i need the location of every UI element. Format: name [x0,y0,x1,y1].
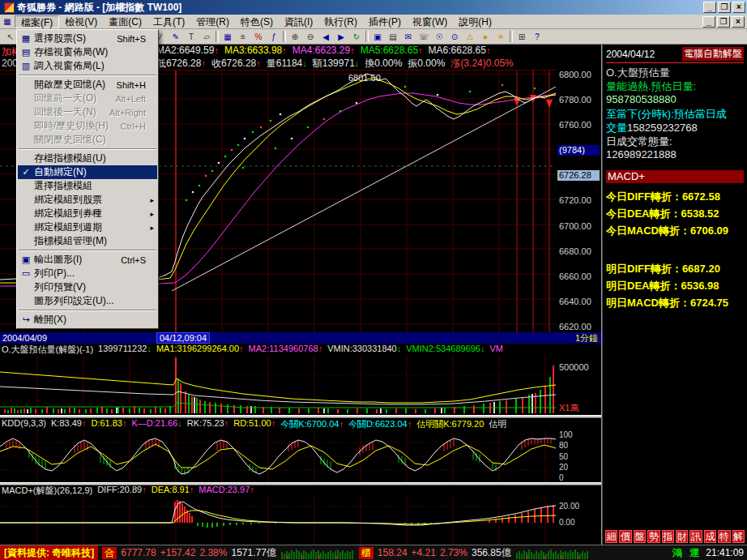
axis-cursor-time: 04/12,09:04 [156,332,210,344]
price-tick: 6800.00 [557,70,600,80]
refresh-icon[interactable]: ↻ [348,30,364,44]
menu-item-recall-next-day[interactable]: 回憶後一天(N)Alt+Right [18,105,157,119]
zoom-out-icon[interactable]: ⊖ [302,30,318,44]
menu-plugins[interactable]: 插件(P) [363,15,407,28]
menubar-items: 檔案(F) 檢視(V) 畫面(C) 工具(T) 管理(R) 特色(S) 資訊(I… [15,15,497,28]
taiex-value: 6777.78 [121,547,156,558]
menu-item-save-indicator-module[interactable]: 存檔指標模組(U) [18,152,157,165]
maximize-button[interactable]: ❐ [718,2,731,13]
taiex-change: +157.42 [160,547,196,558]
calculator-icon[interactable]: ⊞ [514,30,529,44]
macd-indicator-value: MACD:23.97↑ [198,485,254,497]
menu-item-bind-module-to-type[interactable]: 綁定模組到券種▸ [18,207,157,220]
menu-item-close-history-recall[interactable]: 關閉歷史回憶(C) [18,133,157,147]
price-axis: 6800.006780.006760.00(9784)6726.286720.0… [557,70,600,332]
hotkey-button[interactable]: 指 [662,530,674,543]
hotkey-button[interactable]: 成 [704,530,716,543]
kdd-tick: 100 [557,430,600,439]
hotkey-button[interactable]: 細 [605,530,617,543]
volume-indicator-value: 1399711232↓ [98,344,152,356]
menu-item-realtime-history-toggle[interactable]: 即時/歷史切換(H)Ctrl+H [18,119,157,133]
statusbar: [資料提供: 奇唯科技] 合 6777.78 +157.42 2.38% 157… [0,545,747,560]
volume-chart[interactable] [0,356,556,415]
pencil-icon[interactable]: ✎ [168,30,183,44]
menu-features[interactable]: 特色(S) [235,15,279,28]
menu-item-print[interactable]: ▭列印(P)... [18,267,157,280]
menu-view[interactable]: 檢視(V) [59,15,103,28]
menu-manage[interactable]: 管理(R) [190,15,235,28]
menu-item-print-setup[interactable]: 圖形列印設定(U)... [18,294,157,308]
toolbar-separator[interactable] [364,30,369,44]
toolbar-separator[interactable] [214,30,220,44]
hotkey-button[interactable]: 特 [718,530,730,543]
indicator-name: O.大盤預估量 [606,66,744,79]
menu-item-bind-module-to-stock[interactable]: 綁定模組到股票▸ [18,193,157,207]
menu-item-bind-module-to-period[interactable]: 綁定模組到週期▸ [18,220,157,234]
eraser-icon[interactable]: ▱ [198,30,214,44]
window-title: 奇狐勝券 - 網路版 - [加權指數 TW100] [17,1,181,15]
alert-bell-icon[interactable]: ⚠ [462,30,477,44]
kdd-indicator-value: 估明 [489,418,506,430]
hotkey-button[interactable]: 財 [676,530,688,543]
menu-item-exit[interactable]: ↪離開(X) [18,313,157,327]
toolbar-icon-glyph: ƒ [271,32,275,41]
phone-icon[interactable]: ☏ [416,30,431,44]
menu-item-select-indicator-module[interactable]: 選擇指標模組 [18,179,157,193]
menu-item-save-window-layout[interactable]: ▤存檔視窗佈局(W) [18,45,157,59]
help-icon[interactable]: ? [529,30,544,44]
clock-icon[interactable]: ⊙ [446,30,462,44]
save-image-icon[interactable]: ▣ [369,30,385,44]
indicator-value: MA2:6649.59↑ [156,45,219,56]
hotkey-button[interactable]: 解 [732,530,745,543]
date-label-clipped: 200 [2,58,17,69]
menu-screen[interactable]: 畫面(C) [103,15,147,28]
menu-tools[interactable]: 工具(T) [147,15,190,28]
menu-item-load-window-layout[interactable]: ▥調入視窗佈局(L) [18,59,157,73]
toolbar-separator[interactable] [508,30,514,44]
indicator-value: MA6:6628.65↑ [429,45,491,56]
minimize-button[interactable]: _ [703,2,716,13]
percent-icon[interactable]: % [250,30,266,44]
toolbar-separator[interactable] [281,30,287,44]
next-page-icon[interactable]: ▶ [333,30,348,44]
globe-icon[interactable]: ☉ [431,30,446,44]
mail-icon[interactable]: ✉ [400,30,416,44]
menu-item-auto-bind[interactable]: ✓自動綁定(N) [18,165,157,179]
bulb-icon[interactable]: ☀ [493,30,508,44]
menu-item-indicator-module-manage[interactable]: 指標模組管理(M) [18,234,157,248]
menu-item-open-history-recall[interactable]: 開啟歷史回憶(A)Shift+H [18,78,157,92]
menu-item-print-preview[interactable]: 列印預覽(V) [18,280,157,294]
zoom-in-icon[interactable]: ⊕ [287,30,302,44]
exit-icon: ↪ [18,314,34,325]
print-icon[interactable]: ▤ [385,30,400,44]
formula-icon[interactable]: ƒ [266,30,281,44]
toolbar-icon-glyph: T [189,32,193,41]
menu-window[interactable]: 視窗(W) [407,15,453,28]
menu-item-select-stock[interactable]: ▦選擇股票(S)Shift+S [18,32,157,45]
macd-chart[interactable] [0,497,556,545]
menu-item-export-image[interactable]: ▣輸出圖形(I)Ctrl+S [18,253,157,267]
mdi-close-button[interactable]: × [732,16,745,28]
kdd-chart[interactable] [0,430,556,482]
menu-execute[interactable]: 執行(R) [318,15,363,28]
mdi-restore-button[interactable]: ❐ [717,16,730,28]
hotkey-button[interactable]: 價 [619,530,631,543]
list-icon[interactable]: ≡ [235,30,250,44]
price-tick: 6620.00 [557,322,600,332]
menu-info[interactable]: 資訊(I) [279,15,318,28]
lock-icon[interactable]: ● [477,30,493,44]
hotkey-button[interactable]: 盤 [634,530,646,543]
toolbar-icon-glyph: ☏ [419,32,429,41]
menu-file[interactable]: 檔案(F) [15,15,59,28]
hotkey-button[interactable]: 訊 [689,530,702,543]
grid-icon[interactable]: ▦ [220,30,235,44]
menu-item-recall-prev-day[interactable]: 回憶前一天(O)Alt+Left [18,92,157,105]
menu-help[interactable]: 說明(H) [453,15,497,28]
indicator-value: MA5:6628.65↑ [361,45,423,56]
close-button[interactable]: × [732,2,745,13]
prev-page-icon[interactable]: ◀ [318,30,333,44]
titlebar[interactable]: 奇狐勝券 - 網路版 - [加權指數 TW100] _ ❐ × [0,0,747,15]
mdi-minimize-button[interactable]: _ [702,16,715,28]
hotkey-button[interactable]: 勢 [647,530,659,543]
text-tool-icon[interactable]: T [183,30,198,44]
